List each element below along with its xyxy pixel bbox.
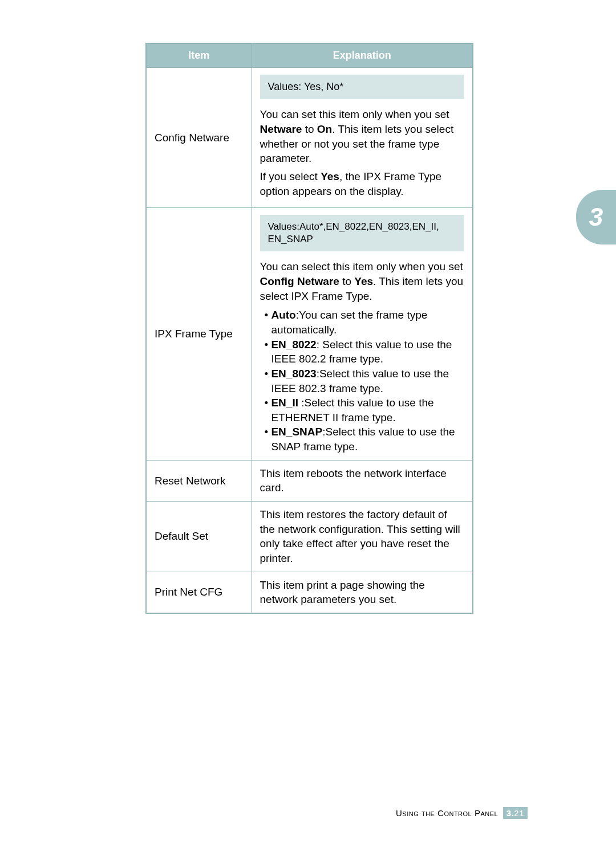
explanation-print-net-cfg: This item print a page showing the netwo… xyxy=(252,572,473,613)
text: You can set this item only when you set xyxy=(260,108,449,120)
text-bold: Config Netware xyxy=(260,275,339,287)
text-bold: Yes xyxy=(354,275,373,287)
page-footer: Using the Control Panel 3.21 xyxy=(396,808,528,818)
explanation-default-set: This item restores the factory default o… xyxy=(252,502,473,572)
text-bold: EN_8022 xyxy=(271,339,316,351)
bullet-icon: • xyxy=(265,397,271,409)
item-print-net-cfg: Print Net CFG xyxy=(146,572,252,613)
config-netware-p1: You can set this item only when you set … xyxy=(260,107,465,166)
values-config-netware: Values: Yes, No* xyxy=(260,75,465,99)
config-netware-p2: If you select Yes, the IPX Frame Type op… xyxy=(260,169,465,198)
text: to xyxy=(339,275,354,287)
row-reset-network: Reset Network This item reboots the netw… xyxy=(146,460,473,501)
explanation-ipx-frame-type: Values:Auto*,EN_8022,EN_8023,EN_II, EN_S… xyxy=(252,208,473,461)
text-bold: Yes xyxy=(321,170,339,182)
footer-page-number: 21 xyxy=(514,808,524,818)
bullet-icon: • xyxy=(265,426,271,438)
explanation-config-netware: Values: Yes, No* You can set this item o… xyxy=(252,68,473,208)
text: If you select xyxy=(260,170,321,182)
row-default-set: Default Set This item restores the facto… xyxy=(146,502,473,572)
bullet-icon: • xyxy=(265,309,271,321)
text-bold: On xyxy=(317,123,332,135)
bullet-ensnap: • EN_SNAP:Select this value to use the S… xyxy=(260,425,465,454)
bullet-icon: • xyxy=(265,339,271,351)
item-reset-network: Reset Network xyxy=(146,460,252,501)
document-page: Item Explanation Config Netware Values: … xyxy=(0,0,616,868)
col-header-explanation: Explanation xyxy=(252,43,473,68)
text-bold: EN_II xyxy=(271,397,298,409)
bullet-en8022: • EN_8022: Select this value to use the … xyxy=(260,337,465,366)
footer-page-box: 3.21 xyxy=(503,807,528,819)
text-bold: Netware xyxy=(260,123,302,135)
col-header-item: Item xyxy=(146,43,252,68)
values-ipx-frame-type: Values:Auto*,EN_8022,EN_8023,EN_II, EN_S… xyxy=(260,215,465,251)
item-ipx-frame-type: IPX Frame Type xyxy=(146,208,252,461)
bullet-auto: • Auto:You can set the frame type automa… xyxy=(260,308,465,337)
footer-chapter: 3. xyxy=(506,808,514,818)
item-config-netware: Config Netware xyxy=(146,68,252,208)
table-header-row: Item Explanation xyxy=(146,43,473,68)
text-bold: EN_8023 xyxy=(271,368,316,380)
bullet-en8023: • EN_8023:Select this value to use the I… xyxy=(260,366,465,396)
explanation-reset-network: This item reboots the network interface … xyxy=(252,460,473,501)
row-config-netware: Config Netware Values: Yes, No* You can … xyxy=(146,68,473,208)
chapter-tab: 3 xyxy=(576,190,616,244)
ipx-bullets: • Auto:You can set the frame type automa… xyxy=(260,308,465,454)
bullet-enii: • EN_II :Select this value to use the ET… xyxy=(260,396,465,425)
text: to xyxy=(302,123,317,135)
text-bold: Auto xyxy=(271,309,295,321)
footer-label: Using the Control Panel xyxy=(396,808,498,818)
text: You can select this item only when you s… xyxy=(260,260,463,272)
ipx-p1: You can select this item only when you s… xyxy=(260,259,465,303)
text-bold: EN_SNAP xyxy=(271,426,322,438)
settings-table: Item Explanation Config Netware Values: … xyxy=(145,43,473,614)
item-default-set: Default Set xyxy=(146,502,252,572)
row-ipx-frame-type: IPX Frame Type Values:Auto*,EN_8022,EN_8… xyxy=(146,208,473,461)
bullet-icon: • xyxy=(265,368,271,380)
row-print-net-cfg: Print Net CFG This item print a page sho… xyxy=(146,572,473,613)
